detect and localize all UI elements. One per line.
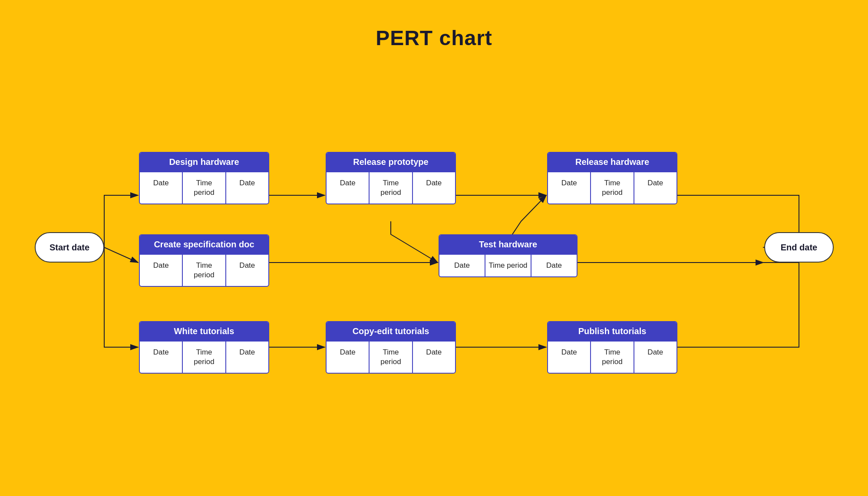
publish-tutorials-body: Date Time period Date xyxy=(548,341,677,373)
copy-edit-cell1: Date xyxy=(327,342,370,373)
start-date-label: Start date xyxy=(50,243,89,253)
release-hardware-cell2: Time period xyxy=(591,172,634,204)
copy-edit-card: Copy-edit tutorials Date Time period Dat… xyxy=(326,321,456,374)
arrows-svg xyxy=(0,65,868,496)
release-hardware-cell1: Date xyxy=(548,172,591,204)
publish-tutorials-title: Publish tutorials xyxy=(548,322,677,341)
design-hardware-cell1: Date xyxy=(140,172,183,204)
create-spec-card: Create specification doc Date Time perio… xyxy=(139,234,269,287)
test-hardware-card: Test hardware Date Time period Date xyxy=(439,234,578,277)
copy-edit-body: Date Time period Date xyxy=(327,341,455,373)
create-spec-title: Create specification doc xyxy=(140,235,268,254)
start-date-node: Start date xyxy=(35,232,104,263)
release-prototype-cell2: Time period xyxy=(370,172,413,204)
release-prototype-cell1: Date xyxy=(327,172,370,204)
test-hardware-cell2: Time period xyxy=(485,255,531,276)
design-hardware-cell2: Time period xyxy=(183,172,226,204)
design-hardware-cell3: Date xyxy=(226,172,268,204)
create-spec-cell3: Date xyxy=(226,255,268,286)
release-prototype-card: Release prototype Date Time period Date xyxy=(326,152,456,204)
release-hardware-cell3: Date xyxy=(634,172,677,204)
release-hardware-title: Release hardware xyxy=(548,153,677,171)
white-tutorials-cell1: Date xyxy=(140,342,183,373)
test-hardware-body: Date Time period Date xyxy=(439,254,577,276)
white-tutorials-card: White tutorials Date Time period Date xyxy=(139,321,269,374)
page-title: PERT chart xyxy=(0,0,868,50)
create-spec-body: Date Time period Date xyxy=(140,254,268,286)
test-hardware-cell3: Date xyxy=(531,255,577,276)
release-prototype-cell3: Date xyxy=(413,172,455,204)
publish-tutorials-cell2: Time period xyxy=(591,342,634,373)
chart-area: Start date End date Design hardware Date… xyxy=(0,65,868,496)
test-hardware-title: Test hardware xyxy=(439,235,577,254)
publish-tutorials-cell3: Date xyxy=(634,342,677,373)
design-hardware-title: Design hardware xyxy=(140,153,268,171)
white-tutorials-cell2: Time period xyxy=(183,342,226,373)
test-hardware-cell1: Date xyxy=(439,255,485,276)
release-prototype-title: Release prototype xyxy=(327,153,455,171)
design-hardware-card: Design hardware Date Time period Date xyxy=(139,152,269,204)
design-hardware-body: Date Time period Date xyxy=(140,171,268,204)
release-prototype-body: Date Time period Date xyxy=(327,171,455,204)
release-hardware-body: Date Time period Date xyxy=(548,171,677,204)
copy-edit-title: Copy-edit tutorials xyxy=(327,322,455,341)
white-tutorials-cell3: Date xyxy=(226,342,268,373)
white-tutorials-body: Date Time period Date xyxy=(140,341,268,373)
white-tutorials-title: White tutorials xyxy=(140,322,268,341)
create-spec-cell1: Date xyxy=(140,255,183,286)
create-spec-cell2: Time period xyxy=(183,255,226,286)
end-date-node: End date xyxy=(764,232,834,263)
release-hardware-card: Release hardware Date Time period Date xyxy=(547,152,677,204)
end-date-label: End date xyxy=(781,243,817,253)
publish-tutorials-cell1: Date xyxy=(548,342,591,373)
copy-edit-cell3: Date xyxy=(413,342,455,373)
copy-edit-cell2: Time period xyxy=(370,342,413,373)
publish-tutorials-card: Publish tutorials Date Time period Date xyxy=(547,321,677,374)
